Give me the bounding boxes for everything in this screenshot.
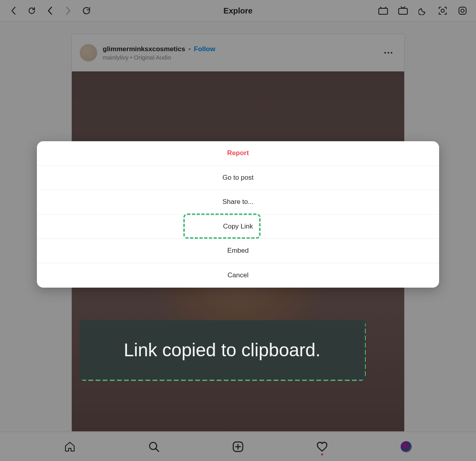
- toast-notification: Link copied to clipboard.: [79, 320, 365, 380]
- go-to-post-option[interactable]: Go to post: [37, 166, 439, 190]
- toast-message: Link copied to clipboard.: [124, 339, 321, 361]
- share-to-option[interactable]: Share to...: [37, 190, 439, 215]
- cancel-option[interactable]: Cancel: [37, 263, 439, 288]
- embed-option[interactable]: Embed: [37, 239, 439, 263]
- copy-link-option[interactable]: Copy Link: [37, 215, 439, 239]
- post-options-sheet: Report Go to post Share to... Copy Link …: [37, 141, 439, 288]
- report-option[interactable]: Report: [37, 141, 439, 166]
